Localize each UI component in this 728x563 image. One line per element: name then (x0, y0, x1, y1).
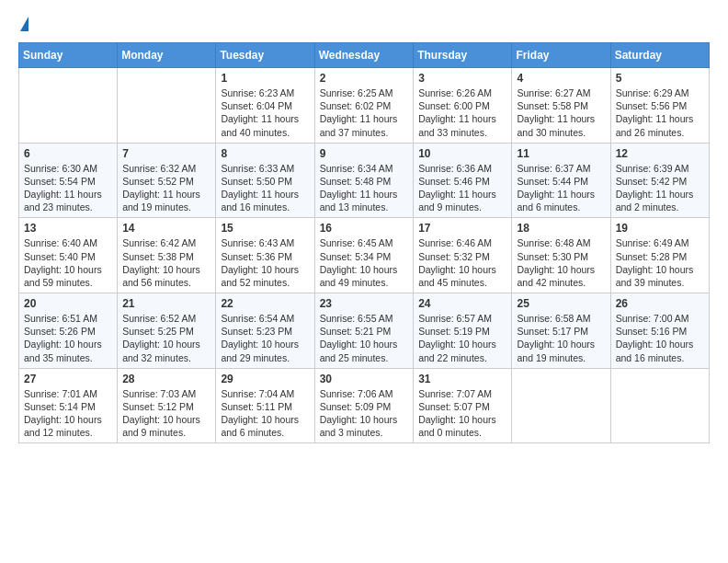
day-number: 5 (616, 72, 704, 85)
calendar-cell: 17Sunrise: 6:46 AMSunset: 5:32 PMDayligh… (414, 218, 512, 293)
day-number: 12 (616, 147, 704, 160)
day-number: 26 (616, 297, 704, 310)
calendar-cell (512, 368, 610, 443)
day-number: 29 (221, 373, 309, 385)
day-number: 16 (320, 222, 409, 235)
calendar-cell (610, 368, 709, 443)
day-info: Sunrise: 6:45 AMSunset: 5:34 PMDaylight:… (320, 237, 398, 288)
day-number: 6 (24, 147, 112, 160)
day-number: 20 (24, 297, 112, 310)
calendar-cell: 1Sunrise: 6:23 AMSunset: 6:04 PMDaylight… (216, 68, 314, 144)
day-info: Sunrise: 6:52 AMSunset: 5:25 PMDaylight:… (122, 313, 200, 363)
day-info: Sunrise: 6:29 AMSunset: 5:56 PMDaylight:… (616, 87, 694, 138)
week-row-5: 27Sunrise: 7:01 AMSunset: 5:14 PMDayligh… (19, 368, 710, 443)
day-info: Sunrise: 6:25 AMSunset: 6:02 PMDaylight:… (320, 87, 398, 138)
calendar-cell (19, 68, 118, 144)
calendar-cell: 19Sunrise: 6:49 AMSunset: 5:28 PMDayligh… (610, 218, 709, 293)
calendar-cell: 26Sunrise: 7:00 AMSunset: 5:16 PMDayligh… (610, 293, 709, 369)
day-number: 19 (616, 222, 704, 235)
day-info: Sunrise: 6:42 AMSunset: 5:38 PMDaylight:… (122, 237, 200, 288)
day-number: 18 (517, 222, 605, 235)
calendar-cell: 9Sunrise: 6:34 AMSunset: 5:48 PMDaylight… (314, 143, 414, 218)
calendar-cell: 29Sunrise: 7:04 AMSunset: 5:11 PMDayligh… (216, 368, 314, 443)
day-number: 2 (320, 72, 409, 85)
calendar-cell: 16Sunrise: 6:45 AMSunset: 5:34 PMDayligh… (314, 218, 414, 293)
header (18, 17, 710, 31)
dow-header-monday: Monday (118, 43, 216, 68)
calendar-cell: 28Sunrise: 7:03 AMSunset: 5:12 PMDayligh… (118, 368, 216, 443)
day-info: Sunrise: 6:55 AMSunset: 5:21 PMDaylight:… (320, 313, 398, 363)
day-number: 11 (517, 147, 605, 160)
day-info: Sunrise: 6:43 AMSunset: 5:36 PMDaylight:… (221, 237, 299, 288)
calendar-cell: 7Sunrise: 6:32 AMSunset: 5:52 PMDaylight… (118, 143, 216, 218)
calendar-cell: 8Sunrise: 6:33 AMSunset: 5:50 PMDaylight… (216, 143, 314, 218)
dow-header-thursday: Thursday (414, 43, 512, 68)
day-info: Sunrise: 7:07 AMSunset: 5:07 PMDaylight:… (418, 388, 496, 439)
day-info: Sunrise: 6:34 AMSunset: 5:48 PMDaylight:… (320, 163, 398, 213)
day-info: Sunrise: 6:54 AMSunset: 5:23 PMDaylight:… (221, 313, 299, 363)
dow-header-tuesday: Tuesday (216, 43, 314, 68)
week-row-1: 1Sunrise: 6:23 AMSunset: 6:04 PMDaylight… (19, 68, 710, 144)
week-row-2: 6Sunrise: 6:30 AMSunset: 5:54 PMDaylight… (19, 143, 710, 218)
day-info: Sunrise: 6:51 AMSunset: 5:26 PMDaylight:… (24, 313, 102, 363)
day-info: Sunrise: 6:32 AMSunset: 5:52 PMDaylight:… (122, 163, 200, 213)
calendar-cell: 15Sunrise: 6:43 AMSunset: 5:36 PMDayligh… (216, 218, 314, 293)
calendar-cell: 25Sunrise: 6:58 AMSunset: 5:17 PMDayligh… (512, 293, 610, 369)
dow-header-wednesday: Wednesday (314, 43, 414, 68)
calendar-cell: 24Sunrise: 6:57 AMSunset: 5:19 PMDayligh… (414, 293, 512, 369)
day-number: 13 (24, 222, 112, 235)
day-number: 28 (122, 373, 210, 385)
day-number: 7 (122, 147, 210, 160)
calendar-cell: 30Sunrise: 7:06 AMSunset: 5:09 PMDayligh… (314, 368, 414, 443)
day-number: 31 (418, 373, 506, 385)
day-info: Sunrise: 7:06 AMSunset: 5:09 PMDaylight:… (320, 388, 398, 439)
day-number: 17 (418, 222, 506, 235)
day-number: 9 (320, 147, 409, 160)
day-number: 25 (517, 297, 605, 310)
day-number: 10 (418, 147, 506, 160)
day-number: 22 (221, 297, 309, 310)
week-row-4: 20Sunrise: 6:51 AMSunset: 5:26 PMDayligh… (19, 293, 710, 369)
calendar-cell (118, 68, 216, 144)
calendar-cell: 5Sunrise: 6:29 AMSunset: 5:56 PMDaylight… (610, 68, 709, 144)
calendar-cell: 20Sunrise: 6:51 AMSunset: 5:26 PMDayligh… (19, 293, 118, 369)
calendar-cell: 11Sunrise: 6:37 AMSunset: 5:44 PMDayligh… (512, 143, 610, 218)
day-info: Sunrise: 6:37 AMSunset: 5:44 PMDaylight:… (517, 163, 595, 213)
dow-header-sunday: Sunday (19, 43, 118, 68)
calendar-cell: 27Sunrise: 7:01 AMSunset: 5:14 PMDayligh… (19, 368, 118, 443)
calendar-cell: 3Sunrise: 6:26 AMSunset: 6:00 PMDaylight… (414, 68, 512, 144)
logo-triangle-icon (20, 17, 28, 31)
calendar-cell: 18Sunrise: 6:48 AMSunset: 5:30 PMDayligh… (512, 218, 610, 293)
calendar-cell: 12Sunrise: 6:39 AMSunset: 5:42 PMDayligh… (610, 143, 709, 218)
calendar-cell: 31Sunrise: 7:07 AMSunset: 5:07 PMDayligh… (414, 368, 512, 443)
day-number: 3 (418, 72, 506, 85)
calendar-body: 1Sunrise: 6:23 AMSunset: 6:04 PMDaylight… (19, 68, 710, 443)
day-info: Sunrise: 6:39 AMSunset: 5:42 PMDaylight:… (616, 163, 694, 213)
calendar-cell: 6Sunrise: 6:30 AMSunset: 5:54 PMDaylight… (19, 143, 118, 218)
day-info: Sunrise: 7:03 AMSunset: 5:12 PMDaylight:… (122, 388, 200, 439)
day-info: Sunrise: 6:48 AMSunset: 5:30 PMDaylight:… (517, 237, 595, 288)
calendar-cell: 4Sunrise: 6:27 AMSunset: 5:58 PMDaylight… (512, 68, 610, 144)
calendar-cell: 22Sunrise: 6:54 AMSunset: 5:23 PMDayligh… (216, 293, 314, 369)
calendar-cell: 21Sunrise: 6:52 AMSunset: 5:25 PMDayligh… (118, 293, 216, 369)
day-info: Sunrise: 6:57 AMSunset: 5:19 PMDaylight:… (418, 313, 496, 363)
day-info: Sunrise: 7:01 AMSunset: 5:14 PMDaylight:… (24, 388, 102, 439)
calendar-cell: 13Sunrise: 6:40 AMSunset: 5:40 PMDayligh… (19, 218, 118, 293)
day-number: 24 (418, 297, 506, 310)
calendar-table: SundayMondayTuesdayWednesdayThursdayFrid… (18, 42, 710, 443)
day-info: Sunrise: 6:46 AMSunset: 5:32 PMDaylight:… (418, 237, 496, 288)
calendar-cell: 14Sunrise: 6:42 AMSunset: 5:38 PMDayligh… (118, 218, 216, 293)
calendar-cell: 23Sunrise: 6:55 AMSunset: 5:21 PMDayligh… (314, 293, 414, 369)
day-number: 4 (517, 72, 605, 85)
day-info: Sunrise: 7:04 AMSunset: 5:11 PMDaylight:… (221, 388, 299, 439)
day-number: 14 (122, 222, 210, 235)
page: SundayMondayTuesdayWednesdayThursdayFrid… (0, 0, 728, 453)
day-number: 23 (320, 297, 409, 310)
logo (18, 17, 28, 31)
dow-header-saturday: Saturday (610, 43, 709, 68)
day-number: 15 (221, 222, 309, 235)
day-info: Sunrise: 6:26 AMSunset: 6:00 PMDaylight:… (418, 87, 496, 138)
day-info: Sunrise: 6:23 AMSunset: 6:04 PMDaylight:… (221, 87, 299, 138)
day-number: 30 (320, 373, 409, 385)
day-info: Sunrise: 6:36 AMSunset: 5:46 PMDaylight:… (418, 163, 496, 213)
